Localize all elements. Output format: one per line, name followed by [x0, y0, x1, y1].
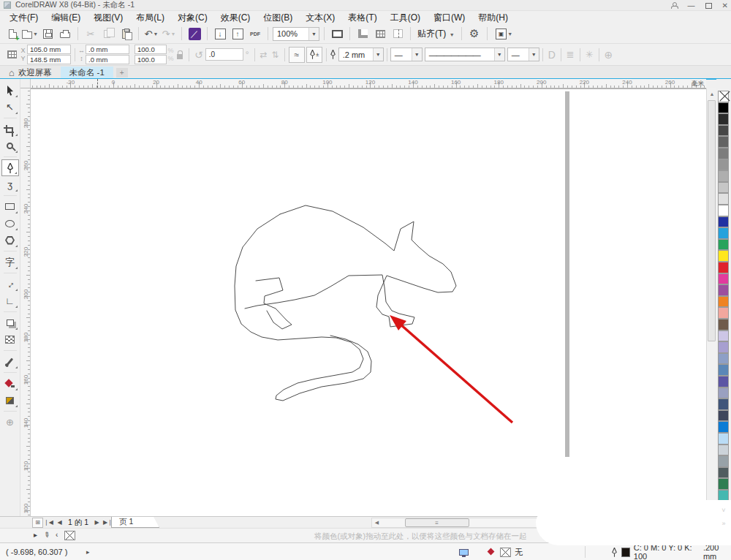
vertical-ruler[interactable]: 280260240220200180160140120100 — [20, 88, 31, 516]
docpalette-no-color-well[interactable] — [64, 531, 75, 540]
add-page-start-button[interactable]: ⊞ — [32, 518, 43, 528]
previous-page-button[interactable]: ◀ — [54, 518, 65, 528]
paste-button[interactable] — [118, 26, 134, 42]
zoom-dropdown-icon[interactable]: ▼ — [308, 28, 319, 40]
snap-to-dropdown[interactable]: 贴齐(T) ▼ — [415, 28, 457, 40]
preview-mode-button[interactable]: ± — [306, 47, 322, 63]
application-launcher-button[interactable]: ▣▼ — [492, 26, 517, 42]
menu-item-2[interactable]: 视图(V) — [87, 11, 129, 25]
menu-item-10[interactable]: 窗口(W) — [427, 11, 471, 25]
color-swatch-11[interactable] — [718, 216, 729, 228]
fill-status[interactable]: 无 — [488, 543, 523, 560]
color-swatch-7[interactable] — [718, 170, 729, 182]
color-swatch-14[interactable] — [718, 250, 729, 262]
text-wrap-button[interactable]: ≣ — [564, 49, 577, 60]
color-swatch-18[interactable] — [718, 296, 729, 308]
ruler-origin-button[interactable] — [20, 79, 31, 88]
docpalette-pen-icon[interactable]: ✎ — [42, 530, 51, 540]
close-button[interactable]: ✕ — [722, 2, 728, 10]
menu-item-0[interactable]: 文件(F) — [3, 11, 45, 25]
options-button[interactable]: ⚙ — [466, 26, 482, 42]
restore-button[interactable] — [705, 3, 712, 9]
fullscreen-preview-button[interactable] — [329, 26, 345, 42]
mirror-vertical-button[interactable]: ⇅ — [270, 50, 281, 60]
smart-fill-tool[interactable] — [1, 392, 19, 409]
object-position-x-field[interactable]: 105.0 mm — [27, 45, 71, 54]
color-swatch-34[interactable] — [718, 478, 729, 490]
connector-tool[interactable]: ∟ — [1, 292, 19, 309]
customize-toolbox-button[interactable]: ⊕ — [1, 414, 19, 431]
menu-item-9[interactable]: 工具(O) — [384, 11, 427, 25]
color-swatch-3[interactable] — [718, 125, 729, 137]
vertical-scrollbar[interactable]: ▲ ▼ — [706, 88, 716, 516]
text-tool[interactable]: 字 — [1, 254, 19, 270]
new-tab-button[interactable]: + — [116, 68, 128, 77]
scroll-left-icon[interactable]: ◀ — [372, 518, 382, 527]
freehand-pen-tool[interactable] — [1, 159, 19, 176]
drawing-canvas[interactable] — [31, 88, 706, 516]
interactive-fill-tool[interactable] — [1, 375, 19, 392]
lock-ratio-icon[interactable] — [177, 54, 183, 59]
zoom-tool[interactable] — [1, 137, 19, 154]
outline-width-dropdown-icon[interactable]: ▼ — [373, 48, 383, 61]
palette-scroll-down-icon[interactable]: ˅ — [718, 505, 730, 515]
object-position-y-field[interactable]: 148.5 mm — [27, 55, 71, 64]
line-style-dropdown-icon[interactable]: ▼ — [494, 48, 504, 61]
color-swatch-17[interactable] — [718, 284, 729, 296]
shape-tool[interactable]: ↖ — [1, 99, 19, 116]
color-swatch-8[interactable] — [718, 182, 729, 194]
show-rulers-button[interactable] — [355, 26, 371, 42]
box-snap-button[interactable]: ✳ — [583, 49, 596, 60]
publish-pdf-button[interactable]: PDF — [247, 26, 263, 42]
color-swatch-16[interactable] — [718, 273, 729, 285]
document-color-settings[interactable] — [459, 543, 469, 560]
horizontal-ruler[interactable]: -20020406080100120140160180200220240260毫… — [31, 79, 706, 88]
menu-item-4[interactable]: 对象(C) — [171, 11, 214, 25]
color-swatch-23[interactable] — [718, 353, 729, 365]
color-swatch-6[interactable] — [718, 159, 729, 171]
menu-item-7[interactable]: 文本(X) — [299, 11, 341, 25]
color-swatch-30[interactable] — [718, 433, 729, 444]
color-swatch-10[interactable] — [718, 205, 729, 216]
minimize-button[interactable]: — — [688, 2, 695, 10]
docpalette-collapse-icon[interactable]: ‹ — [56, 531, 58, 539]
object-size-width-field[interactable]: .0 mm — [86, 45, 129, 54]
zoom-level-combobox[interactable]: 100% ▼ — [273, 27, 319, 41]
tab-welcome-screen[interactable]: ⌂ 欢迎屏幕 — [0, 67, 61, 79]
no-color-swatch[interactable] — [718, 91, 729, 102]
scroll-up-icon[interactable]: ▲ — [707, 88, 717, 99]
menu-item-1[interactable]: 编辑(E) — [45, 11, 87, 25]
color-swatch-26[interactable] — [718, 387, 729, 399]
color-swatch-2[interactable] — [718, 113, 729, 125]
color-swatch-21[interactable] — [718, 330, 729, 342]
ellipse-tool[interactable] — [1, 215, 19, 232]
palette-expand-icon[interactable]: » — [718, 518, 730, 529]
redo-button[interactable]: ↷▼ — [161, 26, 177, 42]
color-swatch-5[interactable] — [718, 148, 729, 159]
show-guidelines-button[interactable] — [390, 26, 406, 42]
menu-item-11[interactable]: 帮助(H) — [471, 11, 515, 25]
search-content-button[interactable]: ／ — [186, 26, 202, 42]
dimension-tool[interactable]: ↔ — [1, 276, 19, 292]
open-button[interactable]: ▼ — [22, 26, 38, 42]
add-properties-button[interactable]: ⊕ — [602, 49, 616, 61]
menu-item-8[interactable]: 表格(T) — [341, 11, 383, 25]
arrow-end-dropdown-icon[interactable]: ▼ — [529, 48, 539, 61]
crop-tool[interactable] — [1, 121, 19, 137]
rotation-angle-field[interactable]: .0 — [205, 48, 243, 61]
color-swatch-32[interactable] — [718, 455, 729, 467]
color-swatch-33[interactable] — [718, 467, 729, 479]
sign-in-icon[interactable] — [670, 2, 678, 9]
page-setup-button[interactable] — [4, 47, 20, 63]
new-document-button[interactable] — [4, 26, 20, 42]
page-1-tab[interactable]: 页 1 — [111, 517, 159, 528]
close-curve-button[interactable]: D — [546, 49, 558, 61]
arrow-start-combobox[interactable]: — ▼ — [390, 48, 423, 61]
curve-smoothness-button[interactable]: ≈ — [289, 47, 305, 63]
color-swatch-4[interactable] — [718, 136, 729, 148]
import-button[interactable]: ↓ — [212, 26, 228, 42]
undo-button[interactable]: ↶▼ — [143, 26, 159, 42]
object-size-height-field[interactable]: .0 mm — [86, 55, 129, 64]
statusbar-expand-icon[interactable]: ▸ — [86, 543, 90, 560]
arrow-end-combobox[interactable]: — ▼ — [507, 48, 539, 61]
